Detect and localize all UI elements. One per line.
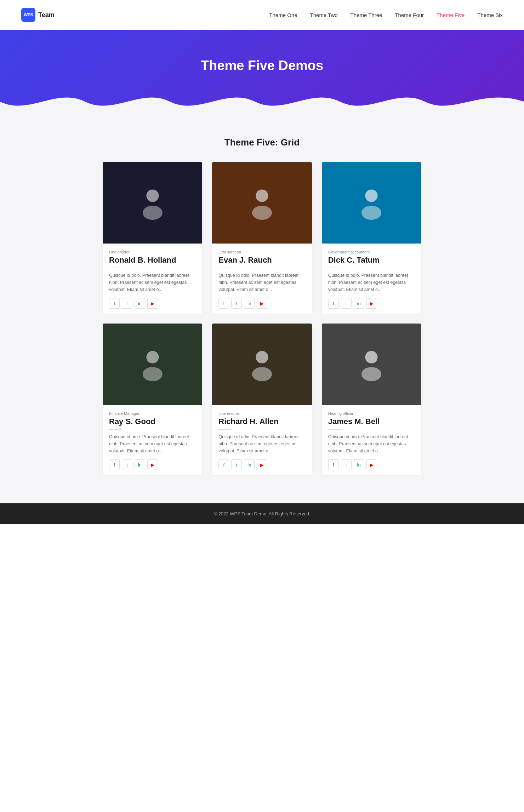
team-card: Finance ManagerRay S. GoodQuisque id odi… — [103, 324, 202, 475]
nav-item-theme-five[interactable]: Theme Five — [437, 12, 465, 18]
social-links: ftin▶ — [109, 298, 196, 309]
youtube-icon[interactable]: ▶ — [147, 298, 158, 309]
twitter-icon[interactable]: t — [122, 459, 132, 470]
logo-badge: WPS — [21, 8, 35, 22]
member-desc: Quisque id odio. Praesent blandit laoree… — [328, 272, 415, 293]
footer: © 2022 WPS Team Demo. All Rights Reserve… — [0, 503, 524, 524]
linkedin-icon[interactable]: in — [354, 298, 364, 309]
logo: WPS Team — [21, 8, 55, 22]
team-card: Government accountantDick C. TatumQuisqu… — [322, 162, 421, 314]
member-photo — [103, 162, 202, 244]
svg-point-6 — [146, 351, 159, 363]
twitter-icon[interactable]: t — [341, 298, 352, 309]
card-divider — [328, 429, 341, 430]
member-name: Evan J. Rauch — [218, 256, 305, 265]
card-body: Government accountantDick C. TatumQuisqu… — [322, 244, 421, 314]
member-role: Line erector — [109, 250, 196, 254]
card-body: Line erectorRonald B. HollandQuisque id … — [103, 244, 202, 314]
nav-item-theme-two[interactable]: Theme Two — [310, 12, 338, 18]
svg-point-11 — [361, 367, 381, 381]
facebook-icon[interactable]: f — [109, 298, 120, 309]
twitter-icon[interactable]: t — [231, 298, 242, 309]
youtube-icon[interactable]: ▶ — [257, 459, 267, 470]
team-card: Hearing officerJames M. BellQuisque id o… — [322, 324, 421, 475]
svg-point-8 — [256, 351, 268, 363]
member-name: James M. Bell — [328, 417, 415, 426]
header: WPS Team Theme OneTheme TwoTheme ThreeTh… — [0, 0, 524, 30]
member-role: Finance Manager — [109, 411, 196, 416]
team-card: Line erectorRichard H. AllenQuisque id o… — [212, 324, 312, 475]
member-photo — [322, 162, 421, 244]
nav-item-theme-four[interactable]: Theme Four — [395, 12, 424, 18]
card-body: Finance ManagerRay S. GoodQuisque id odi… — [103, 405, 202, 475]
section-title: Theme Five: Grid — [21, 137, 503, 148]
linkedin-icon[interactable]: in — [244, 459, 255, 470]
svg-point-1 — [143, 206, 163, 220]
linkedin-icon[interactable]: in — [354, 459, 364, 470]
svg-point-10 — [365, 351, 378, 363]
youtube-icon[interactable]: ▶ — [147, 459, 158, 470]
card-divider — [218, 268, 231, 268]
svg-point-0 — [146, 189, 159, 202]
hero-title: Theme Five Demos — [0, 58, 524, 73]
youtube-icon[interactable]: ▶ — [366, 298, 377, 309]
member-name: Dick C. Tatum — [328, 256, 415, 265]
twitter-icon[interactable]: t — [341, 459, 352, 470]
svg-point-9 — [252, 367, 272, 381]
card-body: Line erectorRichard H. AllenQuisque id o… — [212, 405, 312, 475]
svg-point-3 — [252, 206, 272, 220]
facebook-icon[interactable]: f — [328, 459, 339, 470]
member-role: Hearing officer — [328, 411, 415, 416]
svg-point-2 — [256, 189, 268, 202]
member-photo — [103, 324, 202, 405]
linkedin-icon[interactable]: in — [244, 298, 255, 309]
member-desc: Quisque id odio. Praesent blandit laoree… — [328, 433, 415, 454]
twitter-icon[interactable]: t — [231, 459, 242, 470]
card-divider — [218, 429, 231, 430]
svg-point-4 — [365, 189, 378, 202]
team-grid: Line erectorRonald B. HollandQuisque id … — [103, 162, 421, 475]
card-body: Hearing officerJames M. BellQuisque id o… — [322, 405, 421, 475]
member-role: Government accountant — [328, 250, 415, 254]
member-desc: Quisque id odio. Praesent blandit laoree… — [218, 272, 305, 293]
linkedin-icon[interactable]: in — [135, 459, 145, 470]
member-role: Line erector — [218, 411, 305, 416]
twitter-icon[interactable]: t — [122, 298, 132, 309]
card-body: Oral surgeonEvan J. RauchQuisque id odio… — [212, 244, 312, 314]
hero-section: Theme Five Demos — [0, 30, 524, 116]
member-role: Oral surgeon — [218, 250, 305, 254]
nav-item-theme-three[interactable]: Theme Three — [351, 12, 382, 18]
svg-point-7 — [143, 367, 163, 381]
member-desc: Quisque id odio. Praesent blandit laoree… — [109, 272, 196, 293]
logo-text: Team — [38, 11, 55, 19]
card-divider — [109, 268, 122, 268]
social-links: ftin▶ — [218, 459, 305, 470]
social-links: ftin▶ — [328, 459, 415, 470]
linkedin-icon[interactable]: in — [135, 298, 145, 309]
card-divider — [328, 268, 341, 268]
youtube-icon[interactable]: ▶ — [366, 459, 377, 470]
nav-item-theme-six[interactable]: Theme Six — [477, 12, 503, 18]
member-name: Ray S. Good — [109, 417, 196, 426]
card-divider — [109, 429, 122, 430]
social-links: ftin▶ — [328, 298, 415, 309]
footer-text: © 2022 WPS Team Demo. All Rights Reserve… — [213, 511, 310, 516]
nav-item-theme-one[interactable]: Theme One — [269, 12, 297, 18]
social-links: ftin▶ — [218, 298, 305, 309]
wave-divider — [0, 87, 524, 116]
team-card: Line erectorRonald B. HollandQuisque id … — [103, 162, 202, 314]
facebook-icon[interactable]: f — [109, 459, 120, 470]
main-content: Theme Five: Grid Line erectorRonald B. H… — [0, 116, 524, 503]
svg-point-5 — [361, 206, 381, 220]
facebook-icon[interactable]: f — [328, 298, 339, 309]
member-name: Ronald B. Holland — [109, 256, 196, 265]
member-name: Richard H. Allen — [218, 417, 305, 426]
facebook-icon[interactable]: f — [218, 459, 229, 470]
team-card: Oral surgeonEvan J. RauchQuisque id odio… — [212, 162, 312, 314]
member-desc: Quisque id odio. Praesent blandit laoree… — [109, 433, 196, 454]
main-nav: Theme OneTheme TwoTheme ThreeTheme FourT… — [269, 12, 503, 18]
member-photo — [322, 324, 421, 405]
social-links: ftin▶ — [109, 459, 196, 470]
youtube-icon[interactable]: ▶ — [257, 298, 267, 309]
facebook-icon[interactable]: f — [218, 298, 229, 309]
